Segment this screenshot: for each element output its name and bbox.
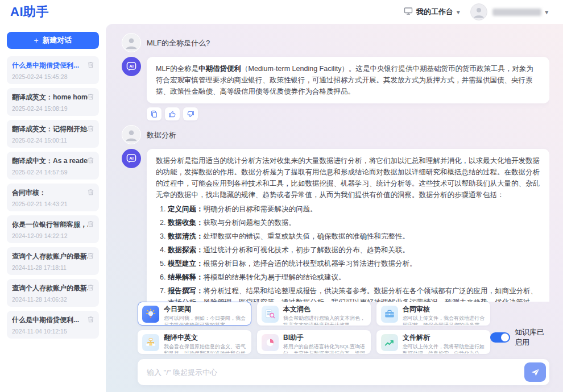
app-logo: AI助手 — [10, 3, 49, 20]
analysis-steps-list: 定义问题：明确分析的目标和需要解决的问题。 数据收集：获取与分析问题相关的数据。… — [156, 203, 540, 302]
conversation-list: 什么是中期借贷便利... 2025-02-24 15:45:28 翻译成英文：h… — [7, 56, 99, 339]
conversation-item[interactable]: 什么是中期借贷便利... 2025-02-24 15:45:28 — [7, 56, 99, 84]
chevron-down-icon: ▾ — [545, 9, 548, 16]
conversation-title: 翻译成英文：记得刚开始... — [12, 124, 88, 134]
conversation-title: 翻译成英文：home home — [12, 93, 88, 102]
analysis-step: 报告撰写：将分析过程、结果和结论整理成报告，供决策者参考。数据分析在各个领域都有… — [168, 285, 540, 302]
chevron-down-icon: ▾ — [457, 9, 460, 16]
user-message: 数据分析 — [122, 125, 549, 144]
feature-desc: 我会帮助您进行您输入的文本润色，提高文本的流畅度和表达效果。 — [283, 315, 365, 326]
step-desc: 获取与分析问题相关的数据。 — [204, 219, 296, 227]
chat-history: MLF的全称是什么? AI MLF的全称是中期借贷便利（Medium-term … — [122, 28, 549, 302]
analysis-step: 定义问题：明确分析的目标和需要解决的问题。 — [168, 203, 540, 215]
trash-icon[interactable] — [87, 156, 94, 164]
polish-icon — [262, 306, 279, 323]
feature-title: BI助手 — [283, 333, 365, 342]
trash-icon[interactable] — [87, 124, 94, 132]
trash-icon[interactable] — [87, 93, 94, 101]
conversation-item[interactable]: 翻译成中文：As a reader... 2025-02-24 14:57:59 — [7, 152, 99, 180]
workspace-menu[interactable]: 我的工作台 ▾ — [404, 7, 460, 17]
copy-button[interactable] — [147, 107, 162, 120]
feature-card-file-parse[interactable]: 文件解析 您可以上传文件，我将帮助您进行如数据处理、信息检索、自动化办公等。 — [376, 330, 490, 354]
feature-desc: 您可以上传文件，我将帮助您进行如数据处理、信息检索、自动化办公等。 — [403, 343, 485, 354]
step-desc: 将分析过程、结果和结论整理成报告，供决策者参考。数据分析在各个领域都有广泛的应用… — [168, 287, 537, 302]
trend-icon — [381, 334, 398, 351]
sidebar: + 新建对话 什么是中期借贷便利... 2025-02-24 15:45:28 … — [0, 24, 106, 392]
conversation-time: 2024-12-09 14:22:12 — [12, 232, 94, 239]
ai-message: AI MLF的全称是中期借贷便利（Medium-term Lending Fac… — [122, 57, 549, 103]
conversation-item[interactable]: 查询个人存款账户的最新... 2024-11-28 14:06:32 — [7, 279, 99, 307]
new-chat-button[interactable]: + 新建对话 — [7, 32, 99, 49]
conversation-title: 查询个人存款账户的最新... — [12, 283, 88, 293]
feature-title: 文件解析 — [403, 333, 485, 342]
ai-avatar-icon: AI — [122, 57, 141, 76]
monitor-icon — [404, 7, 413, 17]
step-desc: 通过统计分析和可视化技术，初步了解数据的分布、趋势和关联。 — [204, 246, 410, 254]
analysis-step: 结果解释：将模型的结果转化为易于理解的结论或建议。 — [168, 272, 540, 283]
step-term: 结果解释： — [168, 273, 204, 281]
conversation-item[interactable]: 翻译成英文：记得刚开始... 2025-02-24 15:00:11 — [7, 120, 99, 148]
trash-icon[interactable] — [87, 61, 94, 69]
step-term: 报告撰写： — [168, 287, 204, 295]
bulb-icon — [142, 306, 159, 323]
conversation-title: 你是一位银行智能客服，... — [12, 220, 88, 230]
thumbs-down-button[interactable] — [183, 107, 198, 120]
trash-icon[interactable] — [87, 283, 94, 291]
step-term: 模型建立： — [168, 260, 204, 268]
user-message-text: 数据分析 — [147, 125, 176, 140]
svg-text:AI: AI — [129, 156, 134, 161]
conversation-item[interactable]: 你是一位银行智能客服，... 2024-12-09 14:22:12 — [7, 215, 99, 243]
conversation-title: 合同审核： — [12, 188, 88, 198]
conversation-title: 翻译成中文：As a reader... — [12, 156, 88, 166]
trash-icon[interactable] — [87, 252, 94, 260]
ai-avatar-icon: AI — [122, 149, 141, 168]
user-menu[interactable]: ▾ — [492, 9, 548, 16]
user-avatar-icon — [122, 33, 141, 52]
conversation-item[interactable]: 翻译成英文：home home 2025-02-24 15:08:19 — [7, 88, 99, 116]
conversation-item[interactable]: 查询个人存款账户的最新... 2024-11-28 17:18:11 — [7, 247, 99, 275]
chat-panel: MLF的全称是什么? AI MLF的全称是中期借贷便利（Medium-term … — [106, 24, 563, 392]
step-desc: 明确分析的目标和需要解决的问题。 — [204, 205, 317, 213]
knowledge-base-toggle[interactable] — [490, 332, 510, 343]
prompt-input[interactable] — [147, 368, 524, 377]
feature-title: 翻译中英文 — [164, 333, 246, 342]
feature-desc: 您可以问我，例如：今日要闻，我会尽力提供准确和可靠的答案。 — [164, 315, 246, 326]
thumbs-up-button[interactable] — [165, 107, 180, 120]
feature-desc: 我会旨在保留原始信息的含义、语气和风格，以确保翻译的准确性和自然流畅。 — [164, 343, 246, 354]
step-term: 数据探索： — [168, 246, 204, 254]
conversation-time: 2024-11-04 10:12:15 — [12, 328, 94, 335]
ai-message-card: MLF的全称是中期借贷便利（Medium-term Lending Facili… — [147, 57, 549, 103]
pie-chart-icon — [262, 334, 279, 351]
conversation-item[interactable]: 合同审核： 2025-02-21 14:43:21 — [7, 184, 99, 211]
trash-icon[interactable] — [87, 188, 94, 196]
conversation-title: 查询个人存款账户的最新... — [12, 252, 88, 261]
svg-text:AI: AI — [129, 64, 134, 69]
trash-icon[interactable] — [87, 315, 94, 323]
conversation-title: 什么是中期借贷便利... — [12, 315, 88, 325]
username-redacted — [492, 9, 541, 16]
feature-title: 今日要闻 — [164, 305, 246, 314]
step-term: 定义问题： — [168, 205, 204, 213]
conversation-time: 2025-02-24 15:45:28 — [12, 73, 94, 80]
step-desc: 根据分析目标，选择合适的统计模型或机器学习算法进行数据分析。 — [204, 260, 417, 268]
knowledge-base-label: 知识库已启用 — [515, 327, 549, 348]
feature-card-today-news[interactable]: 今日要闻 您可以问我，例如：今日要闻，我会尽力提供准确和可靠的答案。 — [138, 302, 251, 326]
analysis-step: 数据清洗：处理数据中的错误、重复或缺失值，确保数据的准确性和完整性。 — [168, 231, 540, 242]
feature-card-bi-assistant[interactable]: BI助手 将用户的自然语言转化为SQL查询语句，并直接与数据库进行交互，返回智能… — [257, 330, 371, 354]
prompt-input-bar — [138, 359, 549, 385]
analysis-step: 数据探索：通过统计分析和可视化技术，初步了解数据的分布、趋势和关联。 — [168, 244, 540, 256]
user-message-text: MLF的全称是什么? — [147, 33, 210, 48]
conversation-time: 2025-02-24 14:57:59 — [12, 169, 94, 176]
feature-card-contract-review[interactable]: 合同审核 您可以上传文件，我会有效地进行合同审核，确保合同满足您的业务需求。 — [376, 302, 490, 326]
new-chat-label: 新建对话 — [43, 35, 72, 45]
ai-text-prefix: MLF的全称是 — [156, 65, 198, 73]
feature-card-translate[interactable]: 翻译中英文 我会旨在保留原始信息的含义、语气和风格，以确保翻译的准确性和自然流畅… — [138, 330, 251, 354]
feature-card-text-polish[interactable]: 本文润色 我会帮助您进行您输入的文本润色，提高文本的流畅度和表达效果。 — [257, 302, 371, 326]
avatar[interactable] — [470, 3, 487, 20]
trash-icon[interactable] — [87, 220, 94, 228]
send-button[interactable] — [524, 362, 546, 382]
conversation-time: 2024-11-28 17:18:11 — [12, 264, 94, 271]
conversation-item[interactable]: 什么是中期借贷便利... 2024-11-04 10:12:15 — [7, 311, 99, 339]
feature-card-grid: 今日要闻 您可以问我，例如：今日要闻，我会尽力提供准确和可靠的答案。 — [138, 302, 490, 354]
step-term: 数据收集： — [168, 219, 204, 227]
